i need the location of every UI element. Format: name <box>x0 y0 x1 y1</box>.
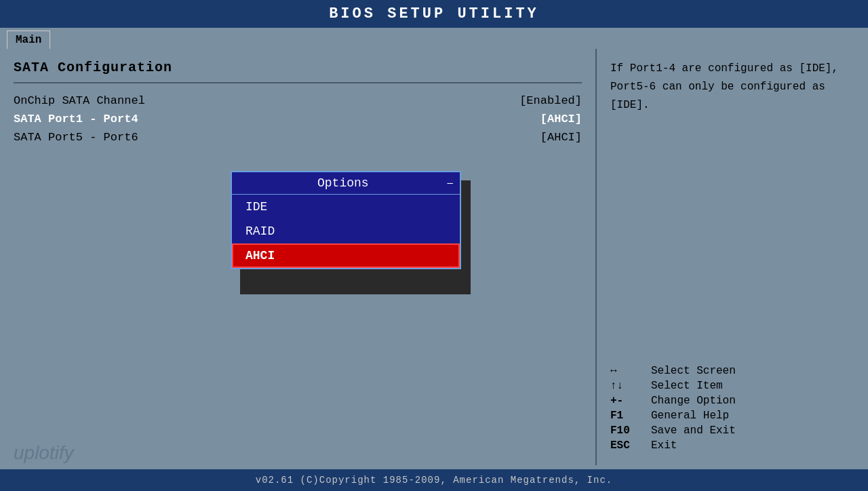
key-description: Select Item <box>651 380 723 392</box>
config-row-port14[interactable]: SATA Port1 - Port4 [AHCI] <box>14 113 582 125</box>
tab-row: Main <box>0 28 868 49</box>
key-description: Change Option <box>651 395 736 407</box>
key-description: Exit <box>651 439 677 452</box>
key-symbol: ↑↓ <box>610 380 651 392</box>
main-content: SATA Configuration OnChip SATA Channel [… <box>0 49 868 465</box>
key-row: ↔Select Screen <box>610 365 854 377</box>
option-raid[interactable]: RAID <box>232 219 460 243</box>
key-symbol: F1 <box>610 410 651 422</box>
key-symbol: F10 <box>610 425 651 437</box>
key-symbol: +- <box>610 395 651 407</box>
key-row: +-Change Option <box>610 395 854 407</box>
config-row-oncchip[interactable]: OnChip SATA Channel [Enabled] <box>14 94 582 107</box>
config-value-port14: [AHCI] <box>540 113 582 125</box>
config-row-port56[interactable]: SATA Port5 - Port6 [AHCI] <box>14 131 582 144</box>
config-label-onchip: OnChip SATA Channel <box>14 94 145 107</box>
options-box: Options — IDE RAID AHCI <box>231 171 461 269</box>
watermark: uplotify <box>14 442 74 464</box>
config-value-onchip: [Enabled] <box>519 94 582 107</box>
options-popup: Options — IDE RAID AHCI <box>231 171 461 269</box>
section-divider <box>14 82 582 83</box>
options-title: Options <box>239 176 448 190</box>
options-close-symbol: — <box>448 178 453 189</box>
option-ahci[interactable]: AHCI <box>232 243 460 268</box>
key-row: F1General Help <box>610 410 854 422</box>
header-title: BIOS SETUP UTILITY <box>329 5 539 22</box>
key-symbol: ESC <box>610 439 651 452</box>
config-label-port14: SATA Port1 - Port4 <box>14 113 138 125</box>
bios-header: BIOS SETUP UTILITY <box>0 0 868 28</box>
key-description: Save and Exit <box>651 425 736 437</box>
key-symbol: ↔ <box>610 365 651 377</box>
footer: v02.61 (C)Copyright 1985-2009, American … <box>0 469 868 491</box>
config-value-port56: [AHCI] <box>540 131 582 144</box>
section-title: SATA Configuration <box>14 60 582 75</box>
key-row: F10Save and Exit <box>610 425 854 437</box>
right-panel: If Port1-4 are configured as [IDE], Port… <box>597 49 868 465</box>
options-title-bar: Options — <box>232 172 460 195</box>
key-description: General Help <box>651 410 729 422</box>
key-legend: ↔Select Screen↑↓Select Item+-Change Opti… <box>610 365 854 454</box>
key-row: ESCExit <box>610 439 854 452</box>
help-text: If Port1-4 are configured as [IDE], Port… <box>610 60 854 115</box>
tab-main[interactable]: Main <box>7 31 50 49</box>
config-label-port56: SATA Port5 - Port6 <box>14 131 138 144</box>
option-ide[interactable]: IDE <box>232 195 460 219</box>
key-description: Select Screen <box>651 365 736 377</box>
key-row: ↑↓Select Item <box>610 380 854 392</box>
left-panel: SATA Configuration OnChip SATA Channel [… <box>0 49 597 465</box>
